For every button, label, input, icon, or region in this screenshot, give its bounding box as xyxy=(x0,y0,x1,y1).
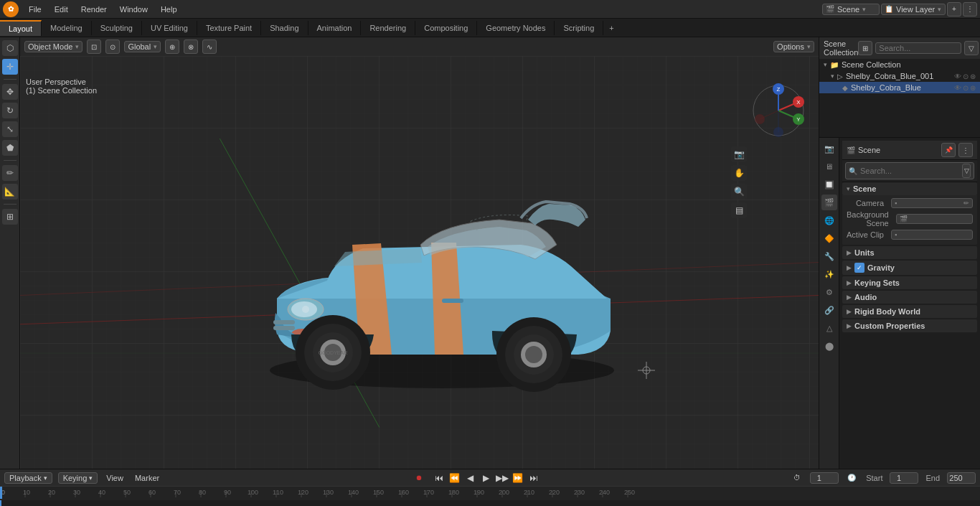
play-btn[interactable]: ▶ xyxy=(479,471,494,485)
prev-keyframe-btn[interactable]: ⏪ xyxy=(448,471,462,485)
menu-edit[interactable]: Edit xyxy=(49,1,74,18)
tool-add[interactable]: ⊞ xyxy=(2,209,18,225)
end-frame-input[interactable] xyxy=(947,472,976,484)
timeline-playhead-area[interactable] xyxy=(0,500,980,506)
outliner-item-shelby-blue[interactable]: ◆ Shelby_Cobra_Blue 👁 ⊙ ⊛ xyxy=(819,82,980,93)
shelby-blue-camera-icon[interactable]: ⊙ xyxy=(963,84,969,92)
scene-selector[interactable]: 🎬 Scene ▾ xyxy=(822,4,880,15)
props-tab-scene[interactable]: 🎬 xyxy=(821,195,837,210)
viewport-gizmo-btn[interactable]: ⊙ xyxy=(105,39,120,54)
gravity-checkbox[interactable]: ✓ xyxy=(854,263,864,273)
outliner-filter-btn[interactable]: ⊞ xyxy=(858,41,872,55)
shelby-001-camera-icon[interactable]: ⊙ xyxy=(963,72,969,80)
shelby-blue-render-icon[interactable]: ⊛ xyxy=(970,84,976,92)
options-dropdown[interactable]: Options ▾ xyxy=(773,41,814,52)
shelby-001-render-icon[interactable]: ⊛ xyxy=(970,72,976,80)
viewport-overlay-btn[interactable]: ⊡ xyxy=(87,39,101,54)
scene-section-header[interactable]: ▾ Scene xyxy=(842,182,977,195)
timeline-marker-menu[interactable]: Marker xyxy=(132,470,162,486)
gravity-section-header[interactable]: ▶ ✓ Gravity xyxy=(842,261,977,275)
tool-transform[interactable]: ⬟ xyxy=(2,140,18,156)
step-back-btn[interactable]: ◀ xyxy=(463,471,478,485)
tab-uv-editing[interactable]: UV Editing xyxy=(142,21,197,35)
props-tab-data[interactable]: △ xyxy=(821,320,837,336)
tab-texture-paint[interactable]: Texture Paint xyxy=(197,21,261,35)
outliner-item-scene-collection[interactable]: ▾ 📁 Scene Collection xyxy=(819,59,980,70)
step-fwd-btn[interactable]: ▶▶ xyxy=(495,471,509,485)
tab-animation[interactable]: Animation xyxy=(308,21,362,35)
timeline-ruler[interactable]: 0 10 20 30 40 50 60 70 80 xyxy=(0,486,980,500)
start-frame-input[interactable] xyxy=(890,472,918,484)
tool-annotate[interactable]: ✏ xyxy=(2,165,18,181)
toggle-panel-btn[interactable]: ▤ xyxy=(731,202,747,218)
snap-btn[interactable]: ⊗ xyxy=(184,39,198,54)
add-workspace-tab[interactable]: + xyxy=(603,21,619,35)
units-section-header[interactable]: ▶ Units xyxy=(842,246,977,259)
menu-window[interactable]: Window xyxy=(114,1,154,18)
props-tab-particles[interactable]: ✨ xyxy=(821,266,837,282)
tab-compositing[interactable]: Compositing xyxy=(415,21,477,35)
tool-move[interactable]: ✥ xyxy=(2,84,18,100)
tab-modeling[interactable]: Modeling xyxy=(42,21,92,35)
props-tab-output[interactable]: 🖥 xyxy=(821,159,837,174)
tab-geometry-nodes[interactable]: Geometry Nodes xyxy=(477,21,555,35)
props-tab-world[interactable]: 🌐 xyxy=(821,212,837,228)
record-btn[interactable]: ⏺ xyxy=(412,471,426,485)
camera-view-btn[interactable]: 📷 xyxy=(731,146,747,162)
props-pin-btn[interactable]: 📌 xyxy=(941,143,956,157)
viewport-navigation-gizmo[interactable]: X Y Z xyxy=(750,82,807,139)
menu-render[interactable]: Render xyxy=(75,1,113,18)
tool-scale[interactable]: ⤡ xyxy=(2,121,18,137)
props-tab-modifier[interactable]: 🔧 xyxy=(821,248,837,264)
props-search-input[interactable] xyxy=(860,167,959,175)
outliner-search-input[interactable] xyxy=(875,42,961,54)
keying-menu[interactable]: Keying ▾ xyxy=(58,472,98,484)
props-tab-material[interactable]: ⬤ xyxy=(821,338,837,354)
props-tab-constraints[interactable]: 🔗 xyxy=(821,302,837,318)
props-tab-physics[interactable]: ⚙ xyxy=(821,284,837,300)
props-filter-options[interactable]: ▽ xyxy=(962,164,971,178)
tab-sculpting[interactable]: Sculpting xyxy=(92,21,142,35)
hand-tool-btn[interactable]: ✋ xyxy=(731,165,747,181)
current-frame-input[interactable] xyxy=(810,472,839,484)
shelby-001-vis-icon[interactable]: 👁 xyxy=(954,72,961,80)
menu-file[interactable]: File xyxy=(23,1,47,18)
zoom-btn[interactable]: 🔍 xyxy=(731,184,747,200)
tool-measure[interactable]: 📐 xyxy=(2,184,18,200)
menu-help[interactable]: Help xyxy=(155,1,183,18)
props-tab-object[interactable]: 🔶 xyxy=(821,230,837,246)
tab-layout[interactable]: Layout xyxy=(0,20,42,36)
view-layer-selector[interactable]: 📋 View Layer ▾ xyxy=(881,4,946,15)
playback-menu[interactable]: Playback ▾ xyxy=(4,472,52,484)
camera-value-selector[interactable]: ▪ ✏ xyxy=(891,198,973,208)
viewport-3d[interactable]: Object Mode ▾ ⊡ ⊙ Global ▾ ⊕ ⊗ ∿ Options… xyxy=(20,37,819,469)
rigid-body-section-header[interactable]: ▶ Rigid Body World xyxy=(842,305,977,318)
blender-logo[interactable]: ✿ xyxy=(3,1,19,17)
tab-scripting[interactable]: Scripting xyxy=(555,21,603,35)
object-mode-selector[interactable]: Object Mode ▾ xyxy=(24,41,83,52)
audio-section-header[interactable]: ▶ Audio xyxy=(842,291,977,304)
next-keyframe-btn[interactable]: ⏩ xyxy=(511,471,525,485)
props-panel-options[interactable]: ⋮ xyxy=(958,143,973,157)
transform-global-selector[interactable]: Global ▾ xyxy=(124,41,161,52)
timeline-view-menu[interactable]: View xyxy=(103,470,126,486)
active-clip-value-selector[interactable]: ▪ xyxy=(891,230,973,240)
custom-props-section-header[interactable]: ▶ Custom Properties xyxy=(842,319,977,332)
add-view-layer-btn[interactable]: + xyxy=(947,2,961,17)
proportional-edit-btn[interactable]: ⊕ xyxy=(165,39,179,54)
props-tab-view-layer[interactable]: 🔲 xyxy=(821,177,837,192)
outliner-filter-toggle[interactable]: ▽ xyxy=(964,41,979,55)
bg-scene-value-selector[interactable]: 🎬 xyxy=(896,214,973,224)
tool-cursor[interactable]: ✛ xyxy=(2,59,18,75)
shelby-blue-vis-icon[interactable]: 👁 xyxy=(954,84,961,92)
jump-start-btn[interactable]: ⏮ xyxy=(432,471,446,485)
tab-rendering[interactable]: Rendering xyxy=(361,21,415,35)
scene-options-btn[interactable]: ⋮ xyxy=(963,2,977,17)
tab-shading[interactable]: Shading xyxy=(261,21,308,35)
proportional-falloff-btn[interactable]: ∿ xyxy=(202,39,217,54)
tool-select[interactable]: ⬡ xyxy=(2,40,18,56)
tool-rotate[interactable]: ↻ xyxy=(2,103,18,118)
viewport-canvas[interactable]: User Perspective (1) Scene Collection xyxy=(20,56,819,469)
jump-end-btn[interactable]: ⏭ xyxy=(527,471,541,485)
props-tab-render[interactable]: 📷 xyxy=(821,141,837,156)
